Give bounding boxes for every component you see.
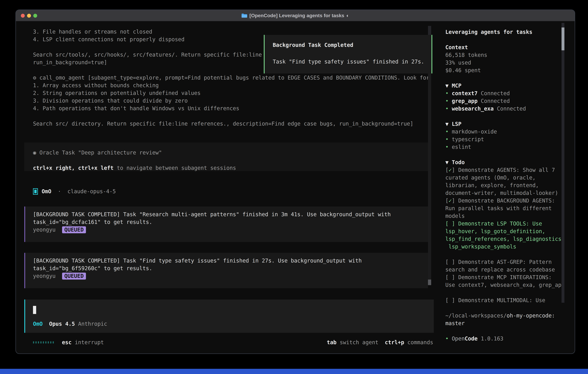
chat-line: 2. String operations on potentially unde… — [33, 89, 427, 97]
message-line: task_id="bg_6f59260c" to get results. — [33, 265, 428, 272]
lsp-section-header[interactable]: ▼ LSP — [445, 120, 570, 128]
context-spent: $0.46 spent — [445, 67, 570, 74]
bullet-icon: • — [445, 129, 449, 135]
ctrlp-key-hint: ctrl+p — [385, 339, 404, 345]
bullet-icon: • — [445, 90, 449, 96]
oracle-session-box: ◉ Oracle Task "Deep architecture review"… — [24, 143, 428, 171]
todo-section-header[interactable]: ▼ Todo — [445, 158, 570, 166]
working-spinner-dots — [33, 341, 54, 343]
session-title: Leveraging agents for tasks — [445, 28, 570, 36]
version-line: • OpenCode 1.0.163 — [445, 335, 570, 343]
session-indicator-icon: ◐ — [346, 13, 349, 18]
todo-item-first-line: [✓] Demonstrate AGENTS: Show all 7 — [445, 166, 570, 174]
agent-model: claude-opus-4-5 — [67, 188, 116, 195]
terminal-window: [OpenCode] Leveraging agents for tasks ◐… — [15, 10, 575, 354]
status-badge: QUEUED — [62, 226, 86, 233]
model-line: OmO Opus 4.5 Anthropic — [33, 320, 434, 328]
lsp-item: • markdown-oxide — [445, 128, 570, 135]
bullet-icon: • — [445, 98, 449, 104]
oracle-title-line: ◉ Oracle Task "Deep architecture review" — [33, 149, 428, 156]
todo-item-line: Run parallel tasks with different — [445, 205, 570, 212]
toast-title: Background Task Completed — [273, 41, 431, 49]
message-author: yeongyu — [33, 273, 56, 279]
todo-item-line: document-writer, multimodal-looker) — [445, 189, 570, 197]
message-line: [BACKGROUND TASK COMPLETED] Task "Find t… — [33, 257, 428, 265]
minimize-button[interactable] — [27, 14, 31, 18]
chat-line: Search src/ directory. Return specific f… — [33, 120, 427, 128]
todo-item-first-line: [ ] Demonstrate MCP INTEGRATIONS: — [445, 273, 570, 281]
input-agent-name: OmO — [33, 321, 43, 327]
todo-item-first-line: [ ] Demonstrate LSP TOOLS: Use — [445, 220, 570, 228]
todo-item-line: search and replace across codebase — [445, 266, 570, 273]
esc-key-label: interrupt — [75, 339, 104, 345]
desktop: [OpenCode] Leveraging agents for tasks ◐… — [0, 0, 588, 374]
lsp-item: • eslint — [445, 143, 570, 151]
background-task-message: [BACKGROUND TASK COMPLETED] Task "Resear… — [24, 207, 428, 242]
mcp-item: • context7 Connected — [445, 90, 570, 97]
traffic-lights — [21, 10, 37, 21]
chat-scrollbar-thumb[interactable] — [428, 280, 431, 285]
message-author: yeongyu — [33, 227, 56, 233]
folder-icon — [241, 13, 247, 18]
esc-key-hint: esc — [62, 339, 72, 345]
todo-item-first-line: [ ] Demonstrate AST-GREP: Pattern — [445, 258, 570, 266]
ctrlp-key-label: commands — [408, 339, 433, 345]
context-tokens: 66,518 tokens — [445, 51, 570, 59]
bullet-icon: • — [445, 105, 449, 112]
close-button[interactable] — [21, 14, 25, 18]
todo-item-line: Use context7, websearch_exa, grep_app — [445, 281, 570, 289]
desktop-bottom-strip — [0, 369, 588, 374]
workspace-path: ~/local-workspaces/oh-my-opencode: — [445, 312, 570, 320]
collapse-triangle-icon: ▼ — [445, 121, 449, 127]
check-icon — [449, 274, 452, 280]
gear-icon: ⚙ — [33, 75, 36, 81]
chat-line: 3. Division operations that could divide… — [33, 97, 427, 104]
input-model-name: Opus 4.5 — [49, 321, 75, 327]
tool-call-line: ⚙ call_omo_agent [subagent_type=explore,… — [33, 74, 427, 82]
tab-key-label: switch agent — [340, 339, 378, 345]
mcp-item: • grep_app Connected — [445, 97, 570, 105]
prompt-input[interactable]: OmO Opus 4.5 Anthropic — [24, 300, 434, 333]
chat-line: 1. Array access without bounds checking — [33, 82, 427, 89]
message-line: task_id="bg_dcfac161" to get results. — [33, 218, 428, 226]
mcp-section-header[interactable]: ▼ MCP — [445, 82, 570, 90]
subagent-nav-hint: ctrl+x right, ctrl+x left to navigate be… — [33, 164, 428, 172]
todo-item-line: lsp_hover, lsp_goto_definition, — [445, 228, 570, 235]
todo-item-line: curated agents (OmO, oracle, — [445, 174, 570, 181]
sidebar-scrollbar[interactable] — [562, 23, 564, 303]
window-title-group: [OpenCode] Leveraging agents for tasks ◐ — [241, 13, 349, 18]
toast-body: Task "Find type safety issues" finished … — [273, 58, 431, 65]
text-cursor — [33, 306, 36, 314]
collapse-triangle-icon: ▼ — [445, 159, 449, 166]
status-bar: esc interrupt tab switch agent ctrl+p co… — [33, 339, 433, 346]
sidebar-scrollbar-thumb[interactable] — [562, 28, 564, 50]
message-line: [BACKGROUND TASK COMPLETED] Task "Resear… — [33, 211, 428, 218]
input-provider-name: Anthropic — [78, 321, 107, 327]
context-used: 33% used — [445, 59, 570, 67]
agent-header: OmO · claude-opus-4-5 — [33, 187, 116, 195]
mcp-item: • websearch_exa Connected — [445, 105, 570, 113]
git-branch: master — [445, 320, 570, 327]
check-icon: ✓ — [449, 197, 452, 204]
todo-item-line: lsp_find_references, lsp_diagnostics, — [445, 235, 570, 243]
window-title: [OpenCode] Leveraging agents for tasks — [250, 13, 344, 18]
bullet-icon: • — [445, 144, 449, 150]
titlebar: [OpenCode] Leveraging agents for tasks ◐ — [16, 10, 575, 21]
status-badge: QUEUED — [62, 273, 86, 280]
check-icon — [449, 259, 452, 265]
zoom-button[interactable] — [33, 14, 37, 18]
todo-item-first-line: [✓] Demonstrate BACKGROUND AGENTS: — [445, 197, 570, 205]
chat-line: 4. Path operations that don't handle Win… — [33, 104, 427, 112]
todo-item-line: models — [445, 212, 570, 220]
bullet-icon: • — [445, 335, 449, 342]
lsp-item: • typescript — [445, 135, 570, 143]
context-heading: Context — [445, 43, 570, 51]
chat-scrollbar-top — [428, 26, 431, 35]
check-icon — [449, 220, 452, 227]
sidebar: Leveraging agents for tasks Context 66,5… — [445, 28, 570, 343]
check-icon — [449, 297, 452, 303]
toast-notification: Background Task Completed Task "Find typ… — [264, 35, 432, 73]
background-task-message: [BACKGROUND TASK COMPLETED] Task "Find t… — [24, 253, 428, 288]
chat-line: 3. File handles or streams not closed — [33, 28, 427, 36]
bullet-icon: • — [445, 136, 449, 143]
